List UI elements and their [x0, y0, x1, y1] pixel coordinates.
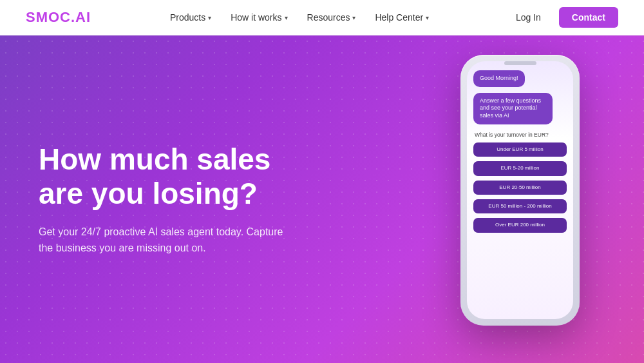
- chat-question: What is your turnover in EUR?: [473, 132, 567, 138]
- option-2[interactable]: EUR 5-20 million: [473, 161, 567, 175]
- nav-resources-label: Resources: [307, 12, 350, 23]
- contact-button[interactable]: Contact: [559, 7, 618, 28]
- nav-products-label: Products: [170, 12, 205, 23]
- option-3[interactable]: EUR 20-50 million: [473, 181, 567, 195]
- nav-how-it-works[interactable]: How it works ▾: [231, 12, 287, 23]
- logo-text: SMOC.AI: [26, 9, 91, 25]
- nav-products[interactable]: Products ▾: [170, 12, 211, 23]
- nav-help-center-label: Help Center: [375, 12, 423, 23]
- login-button[interactable]: Log In: [508, 8, 549, 26]
- logo[interactable]: SMOC.AI: [26, 9, 91, 26]
- chat-greeting: Good Morning!: [473, 70, 525, 87]
- hero-content: How much sales are you losing? Get your …: [39, 142, 322, 257]
- nav-resources[interactable]: Resources ▾: [307, 12, 356, 23]
- hero-section: How much sales are you losing? Get your …: [0, 35, 644, 363]
- option-1[interactable]: Under EUR 5 million: [473, 142, 567, 157]
- phone-outer: Good Morning! Answer a few questions and…: [460, 55, 580, 326]
- chevron-down-icon: ▾: [208, 14, 211, 21]
- nav-actions: Log In Contact: [508, 7, 618, 28]
- nav-links: Products ▾ How it works ▾ Resources ▾ He…: [170, 12, 429, 23]
- nav-how-it-works-label: How it works: [231, 12, 281, 23]
- hero-subtitle: Get your 24/7 proactive AI sales agent t…: [39, 223, 283, 256]
- hero-title: How much sales are you losing?: [39, 142, 322, 211]
- chevron-down-icon: ▾: [285, 14, 288, 21]
- chevron-down-icon: ▾: [426, 14, 429, 21]
- nav-help-center[interactable]: Help Center ▾: [375, 12, 429, 23]
- chevron-down-icon: ▾: [352, 14, 355, 21]
- option-5[interactable]: Over EUR 200 million: [473, 218, 567, 232]
- phone-mockup: Good Morning! Answer a few questions and…: [460, 55, 580, 326]
- option-4[interactable]: EUR 50 million - 200 million: [473, 199, 567, 213]
- navbar: SMOC.AI Products ▾ How it works ▾ Resour…: [0, 0, 644, 35]
- phone-inner: Good Morning! Answer a few questions and…: [467, 61, 573, 319]
- chat-intro: Answer a few questions and see your pote…: [473, 93, 553, 124]
- phone-notch: [504, 61, 536, 65]
